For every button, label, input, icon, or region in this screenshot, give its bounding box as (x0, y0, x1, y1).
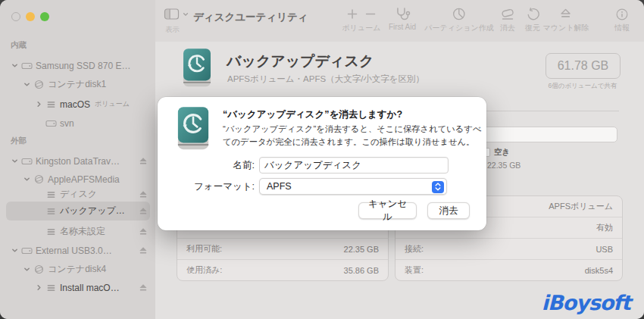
zoom-button[interactable] (40, 12, 49, 21)
info-icon (615, 8, 629, 21)
chevron-placeholder (35, 120, 42, 127)
eject-icon[interactable] (139, 157, 148, 165)
sidebar-item-external-usb[interactable]: External USB3.0… (0, 241, 155, 260)
stethoscope-icon (394, 7, 411, 21)
table-row-available: 利用可能:22.35 GB (177, 239, 388, 260)
view-toggle-button[interactable] (164, 8, 189, 20)
toolbar-button-volume[interactable]: ボリューム (342, 6, 381, 33)
minus-icon (365, 8, 377, 20)
container-icon (33, 80, 45, 89)
chevron-down-icon[interactable] (11, 62, 18, 70)
chevron-placeholder (35, 208, 42, 215)
disk-icon (20, 157, 33, 166)
eject-icon (558, 8, 574, 20)
chevron-down-icon (183, 11, 189, 17)
volume-icon (45, 207, 57, 216)
select-stepper-icon (432, 181, 444, 193)
sidebar-item-label: macOS (60, 99, 90, 110)
iboysoft-watermark: iBoysoft (542, 291, 630, 314)
disk-icon (20, 61, 33, 70)
time-machine-disk-icon (178, 47, 216, 89)
table-row-device: 装置:disk5s4 (395, 260, 622, 280)
eject-icon[interactable] (139, 207, 148, 215)
legend-value: 22.35 GB (487, 161, 521, 170)
format-select[interactable]: APFS (259, 178, 447, 195)
disk-utility-window: 内蔵 Samsung SSD 870 E… コンテナdisk1 macOS ボリ… (0, 0, 644, 319)
sidebar-item-macos-volume[interactable]: macOS ボリューム (0, 95, 155, 114)
sidebar-item-svn[interactable]: svn (0, 114, 155, 133)
sidebar-item-label: Kingston DataTrav… (36, 156, 120, 167)
eject-icon[interactable] (139, 227, 148, 236)
chevron-down-icon[interactable] (23, 266, 30, 274)
volume-icon (45, 190, 57, 199)
sidebar-item-label: External USB3.0… (36, 246, 112, 256)
container-icon (33, 174, 45, 184)
eject-icon[interactable] (139, 190, 148, 199)
table-row-used: 使用済み:35.86 GB (177, 260, 388, 280)
time-machine-disk-icon (172, 105, 214, 152)
eject-icon[interactable] (139, 246, 148, 255)
erase-button[interactable]: 消去 (427, 202, 470, 219)
toolbar-button-unmount[interactable]: マウント解除 (543, 6, 589, 33)
plus-icon (347, 8, 358, 20)
chevron-down-icon[interactable] (23, 81, 30, 89)
volume-suffix-label: ボリューム (95, 99, 130, 109)
eraser-icon (499, 7, 516, 21)
sidebar-item-untitled[interactable]: 名称未設定 (0, 222, 155, 241)
toolbar-button-info[interactable]: 情報 (614, 6, 630, 33)
close-button[interactable] (11, 12, 20, 21)
volume-size-badge: 61.78 GB (546, 53, 621, 79)
eject-icon[interactable] (139, 283, 148, 292)
sidebar-item-container-disk1[interactable]: コンテナdisk1 (0, 75, 155, 94)
name-row: 名前: (158, 157, 449, 174)
window-title: ディスクユーティリティ (193, 11, 308, 24)
volume-icon (45, 283, 57, 292)
chevron-right-icon[interactable] (35, 284, 42, 292)
dialog-buttons: キャンセル 消去 (358, 202, 470, 219)
toolbar-button-first-aid[interactable]: First Aid (389, 6, 416, 31)
chevron-down-icon[interactable] (11, 158, 18, 165)
sidebar-item-install-macos[interactable]: Install macO… (0, 278, 155, 297)
sidebar-item-label: 名称未設定 (60, 225, 105, 238)
sidebar-item-label: コンテナdisk1 (48, 78, 106, 91)
volume-icon (45, 227, 57, 236)
minimize-button[interactable] (26, 12, 35, 21)
dialog-message: “バックアップディスク”を消去すると、そこに保存されているすべてのデータが完全に… (223, 123, 482, 149)
toolbar-button-restore[interactable]: 復元 (525, 6, 540, 33)
disk-icon (20, 246, 33, 255)
format-field-label: フォーマット: (158, 180, 255, 193)
sidebar-toggle-icon (164, 8, 180, 20)
chevron-placeholder (35, 191, 42, 199)
legend-label: 空き (494, 147, 510, 158)
format-row: フォーマット: APFS (158, 178, 447, 195)
capacity-legend: 空き 22.35 GB (481, 147, 521, 170)
sidebar-item-samsung-ssd[interactable]: Samsung SSD 870 E… (0, 56, 155, 75)
toolbar-button-erase[interactable]: 消去 (499, 6, 516, 33)
volume-size-caption: 6個のボリュームで共有 (530, 82, 636, 91)
sidebar-item-label: Samsung SSD 870 E… (36, 61, 130, 71)
sidebar-item-label: Install macO… (60, 283, 120, 293)
dialog-title: “バックアップディスク”を消去しますか? (223, 108, 402, 121)
restore-icon (526, 8, 539, 21)
chevron-placeholder (35, 228, 42, 236)
sidebar-item-backup-disk-selected[interactable]: バックアップ… (0, 202, 155, 220)
name-input[interactable] (259, 157, 449, 174)
disk-icon (45, 119, 57, 128)
toolbar: 表示 ディスクユーティリティ ボリューム First Aid パーティション作成… (155, 0, 644, 42)
sidebar-item-kingston[interactable]: Kingston DataTrav… (0, 152, 155, 170)
chevron-right-icon[interactable] (35, 101, 42, 108)
table-row-connection: 接続:USB (395, 239, 622, 260)
toolbar-button-partition[interactable]: パーティション作成 (424, 6, 493, 33)
sidebar-section-internal: 内蔵 (0, 38, 155, 52)
sidebar-item-label: バックアップ… (60, 205, 125, 217)
chevron-down-icon[interactable] (23, 176, 30, 183)
sidebar-item-label: ディスク (60, 188, 97, 201)
chevron-down-icon[interactable] (11, 247, 18, 255)
sidebar: 内蔵 Samsung SSD 870 E… コンテナdisk1 macOS ボリ… (0, 0, 156, 319)
cancel-button[interactable]: キャンセル (358, 202, 417, 219)
view-button-label: 表示 (165, 25, 180, 35)
sidebar-item-container-disk4[interactable]: コンテナdisk4 (0, 260, 155, 279)
volume-icon (45, 100, 57, 109)
container-icon (33, 264, 45, 274)
erase-dialog: “バックアップディスク”を消去しますか? “バックアップディスク”を消去すると、… (158, 97, 486, 230)
